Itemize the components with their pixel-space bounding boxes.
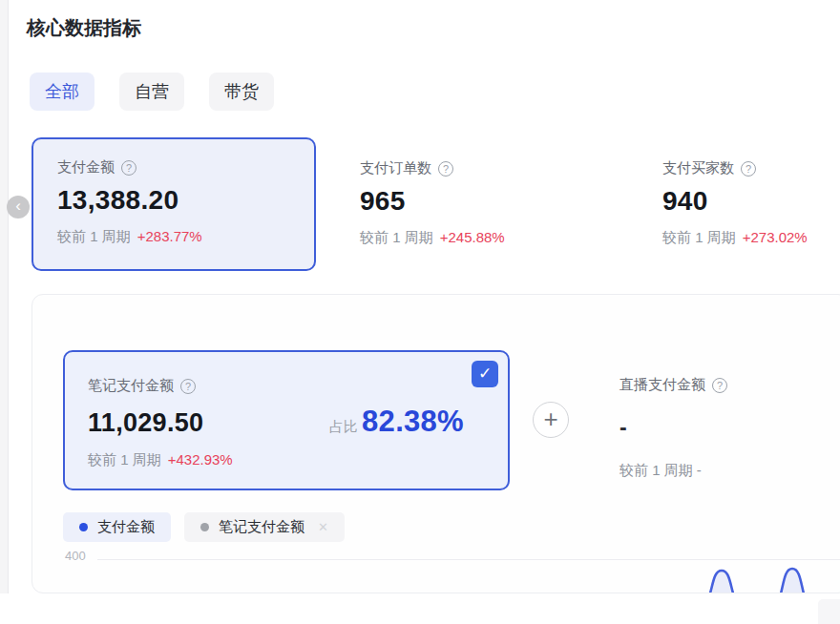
chart-legend: 支付金额 笔记支付金额 ✕ [63, 512, 345, 542]
compare-label: 较前 1 周期 [57, 228, 131, 244]
ratio-block: 占比 82.38% [329, 405, 464, 439]
compare-label: 较前 1 周期 [88, 451, 161, 468]
metric-label: 支付订单数 [360, 159, 431, 177]
change-value: +283.77% [137, 228, 202, 244]
metric-payment-buyers[interactable]: 支付买家数 ? 940 较前 1 周期+273.02% [662, 159, 808, 247]
chart-peak-2 [773, 569, 811, 593]
tab-all[interactable]: 全部 [30, 73, 94, 111]
dashboard-core-metrics: 核心数据指标 全部 自营 带货 支付金额 ? 13,388.20 较前 1 周期… [0, 0, 840, 624]
sub-metric-label: 笔记支付金额 [88, 377, 174, 395]
page-title: 核心数据指标 [27, 15, 141, 41]
change-value: - [697, 462, 702, 478]
change-value: +432.93% [168, 451, 233, 468]
legend-item-note-payment[interactable]: 笔记支付金额 ✕ [184, 512, 345, 542]
compare-label: 较前 1 周期 [662, 229, 736, 245]
metric-payment-orders[interactable]: 支付订单数 ? 965 较前 1 周期+245.88% [360, 159, 505, 247]
metric-value: 965 [360, 186, 505, 217]
legend-dot-gray [200, 523, 209, 531]
help-icon[interactable]: ? [180, 379, 196, 394]
compare-label: 较前 1 周期 [360, 229, 433, 245]
tab-affiliate[interactable]: 带货 [209, 73, 274, 111]
legend-item-payment-amount[interactable]: 支付金额 [63, 512, 171, 542]
help-icon[interactable]: ? [712, 378, 727, 393]
legend-label: 笔记支付金额 [219, 518, 304, 536]
compare-label: 较前 1 周期 [620, 462, 693, 478]
change-value: +245.88% [440, 229, 505, 245]
sub-metric-value: 11,029.50 [88, 408, 203, 438]
help-icon[interactable]: ? [121, 160, 136, 176]
ratio-label: 占比 [329, 418, 358, 436]
floating-corner-widget[interactable] [818, 599, 840, 624]
change-value: +273.02% [743, 229, 808, 245]
metric-label: 支付金额 [57, 158, 115, 177]
ratio-value: 82.38% [362, 405, 464, 439]
line-chart[interactable] [32, 552, 840, 593]
sub-metric-card-note-payment[interactable]: 笔记支付金额 ? 11,029.50 占比 82.38% 较前 1 周期+432… [63, 350, 510, 490]
help-icon[interactable]: ? [438, 161, 453, 177]
chart-peak-1 [702, 571, 742, 593]
sub-metric-label: 直播支付金额 [620, 376, 705, 394]
add-metric-button[interactable]: + [533, 402, 569, 438]
metric-card-payment-amount[interactable]: 支付金额 ? 13,388.20 较前 1 周期+283.77% [32, 137, 316, 271]
help-icon[interactable]: ? [741, 161, 756, 177]
carousel-prev-icon[interactable]: ‹ [7, 196, 30, 218]
metric-value: 940 [662, 186, 808, 217]
metric-label: 支付买家数 [662, 159, 734, 177]
legend-dot-blue [79, 523, 88, 531]
left-edge-strip [0, 0, 9, 593]
tab-self-operated[interactable]: 自营 [119, 73, 184, 111]
scope-tabs: 全部 自营 带货 [30, 73, 274, 111]
checkbox-checked-icon[interactable]: ✓ [472, 361, 498, 387]
metric-value: 13,388.20 [57, 185, 202, 216]
sub-metric-live-payment[interactable]: 直播支付金额 ? - 较前 1 周期 - [620, 376, 727, 480]
metric-payment-amount: 支付金额 ? 13,388.20 较前 1 周期+283.77% [57, 158, 202, 246]
chart-detail-card: 笔记支付金额 ? 11,029.50 占比 82.38% 较前 1 周期+432… [32, 294, 840, 593]
sub-metric-value: - [620, 415, 727, 441]
close-icon[interactable]: ✕ [318, 520, 328, 534]
legend-label: 支付金额 [97, 518, 155, 536]
